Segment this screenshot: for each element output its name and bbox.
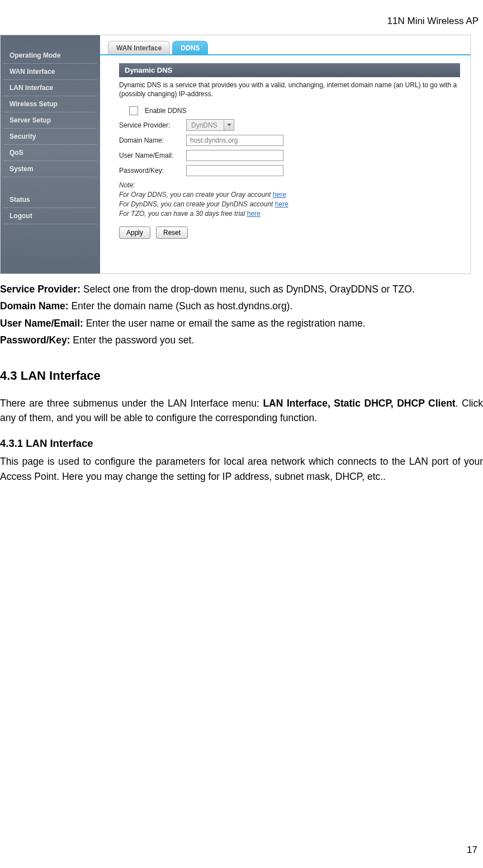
service-provider-label: Service Provider: [119,121,186,129]
def-domain-name: Domain Name: Enter the domain name (Such… [0,299,483,313]
apply-button[interactable]: Apply [119,227,150,239]
panel-description: Dynamic DNS is a service that provides y… [119,81,460,98]
intro-b: LAN Interface, Static DHCP, DHCP Client [263,398,455,409]
def-term: Service Provider: [0,284,80,295]
tab-wan-interface[interactable]: WAN Interface [108,41,170,54]
tab-ddns[interactable]: DDNS [172,41,208,54]
domain-name-row: Domain Name: [119,135,460,146]
service-provider-select[interactable]: DynDNS [186,119,234,131]
sidebar-item-wireless-setup[interactable]: Wireless Setup [4,96,97,112]
domain-name-label: Domain Name: [119,136,186,144]
main-pane: WAN Interface DDNS Dynamic DNS Dynamic D… [100,35,470,273]
def-password-key: Password/Key: Enter the password you set… [0,333,483,347]
def-username-email: User Name/Email: Enter the user name or … [0,316,483,331]
def-text: Enter the domain name (Such as host.dynd… [69,300,293,312]
note-oray-text: For Oray DDNS, you can create your Oray … [119,191,273,199]
enable-ddns-checkbox[interactable] [129,106,138,115]
section-4-3-1-text: This page is used to configure the param… [0,454,483,484]
section-4-3-intro: There are three submenus under the LAN I… [0,396,483,426]
dyndns-link[interactable]: here [275,200,288,208]
button-row: Apply Reset [119,227,460,239]
def-text: Enter the password you set. [70,334,194,346]
sidebar-item-operating-mode[interactable]: Operating Mode [4,48,97,64]
sidebar-item-server-setup[interactable]: Server Setup [4,112,97,129]
note-lead: Note: [119,181,135,189]
ddns-panel: Dynamic DNS Dynamic DNS is a service tha… [100,55,470,244]
password-input[interactable] [186,165,283,176]
def-term: User Name/Email: [0,318,83,329]
oray-link[interactable]: here [273,191,286,199]
username-row: User Name/Email: [119,150,460,161]
service-provider-value: DynDNS [187,121,224,129]
password-label: Password/Key: [119,167,186,174]
sidebar-item-logout[interactable]: Logout [4,208,97,224]
note-dyndns-text: For DynDNS, you can create your DynDNS a… [119,200,275,208]
service-provider-row: Service Provider: DynDNS [119,119,460,131]
enable-ddns-row: Enable DDNS [119,106,460,115]
sidebar-item-lan-interface[interactable]: LAN Interface [4,80,97,96]
sidebar-item-system[interactable]: System [4,161,97,177]
heading-4-3-1: 4.3.1 LAN Interface [0,436,483,451]
sidebar-nav: Operating Mode WAN Interface LAN Interfa… [1,35,100,273]
panel-title: Dynamic DNS [119,63,460,77]
def-service-provider: Service Provider: Select one from the dr… [0,282,483,296]
router-ui-screenshot: Operating Mode WAN Interface LAN Interfa… [0,35,471,274]
document-header: 11N Mini Wireless AP [0,0,483,35]
heading-4-3: 4.3 LAN Interface [0,366,483,385]
tab-bar: WAN Interface DDNS [100,37,470,55]
password-row: Password/Key: [119,165,460,176]
chevron-down-icon [224,120,234,130]
page-number: 17 [467,845,477,856]
document-body: Service Provider: Select one from the dr… [0,274,483,484]
tzo-link[interactable]: here [247,210,261,218]
def-term: Domain Name: [0,300,69,312]
username-input[interactable] [186,150,283,161]
sidebar-item-wan-interface[interactable]: WAN Interface [4,64,97,80]
username-label: User Name/Email: [119,152,186,159]
def-term: Password/Key: [0,334,70,346]
sidebar-item-status[interactable]: Status [4,192,97,208]
intro-a: There are three submenus under the LAN I… [0,398,263,409]
def-text: Enter the user name or email the same as… [83,318,366,329]
sidebar-item-security[interactable]: Security [4,129,97,145]
note-block: Note: For Oray DDNS, you can create your… [119,181,460,218]
def-text: Select one from the drop-down menu, such… [80,284,415,295]
note-tzo-text: For TZO, you can have a 30 days free tri… [119,210,247,218]
domain-name-input[interactable] [186,135,283,146]
sidebar-item-qos[interactable]: QoS [4,145,97,161]
enable-ddns-label: Enable DDNS [145,107,187,115]
reset-button[interactable]: Reset [156,227,188,239]
